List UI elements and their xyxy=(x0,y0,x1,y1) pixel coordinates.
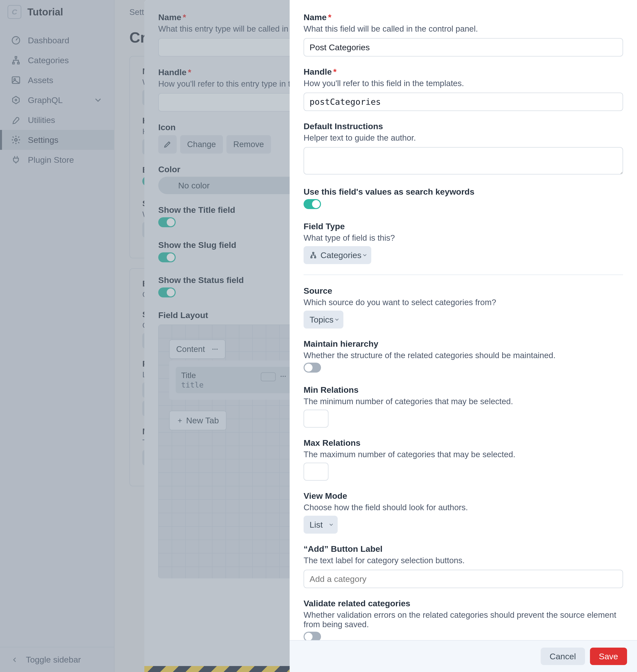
icon-remove-button[interactable]: Remove xyxy=(226,135,271,153)
fl-tab-body: Title title xyxy=(169,360,298,400)
more-icon[interactable] xyxy=(280,373,287,380)
svg-rect-16 xyxy=(311,257,312,258)
svg-point-9 xyxy=(212,349,214,350)
plus-icon xyxy=(177,417,183,424)
svg-point-11 xyxy=(216,349,217,350)
show-status-toggle[interactable] xyxy=(158,288,176,297)
field-name-help: What this field will be called in the co… xyxy=(304,24,623,34)
min-relations-label: Min Relations xyxy=(304,385,623,395)
field-handle-label: Handle xyxy=(304,67,332,76)
min-relations-input[interactable] xyxy=(304,410,328,428)
view-mode-label: View Mode xyxy=(304,491,623,501)
chevron-down-icon xyxy=(328,522,334,528)
new-tab-button[interactable]: New Tab xyxy=(169,411,226,430)
field-type-badge xyxy=(261,373,276,381)
sitemap-icon xyxy=(310,251,317,259)
field-handle-input[interactable] xyxy=(304,93,623,111)
validate-related-label: Validate related categories xyxy=(304,599,623,608)
add-button-help: The text label for category selection bu… xyxy=(304,556,623,565)
icon-change-button[interactable]: Change xyxy=(180,135,223,153)
field-name-label: Name xyxy=(304,13,327,22)
fl-tab-header[interactable]: Content xyxy=(169,340,225,359)
more-icon[interactable] xyxy=(212,346,218,353)
chevron-down-icon xyxy=(362,252,368,258)
source-help: Which source do you want to select categ… xyxy=(304,298,623,307)
field-name-input[interactable] xyxy=(304,38,623,56)
source-select[interactable]: Topics xyxy=(304,311,343,329)
entrytype-handle-label: Handle xyxy=(158,68,186,77)
svg-rect-17 xyxy=(314,257,316,258)
show-slug-toggle[interactable] xyxy=(158,252,176,262)
field-type-select[interactable]: Categories xyxy=(304,246,371,264)
min-relations-help: The minimum number of categories that ma… xyxy=(304,397,623,406)
svg-rect-15 xyxy=(313,252,314,254)
instructions-input[interactable] xyxy=(304,147,623,175)
icon-preview[interactable] xyxy=(158,135,177,153)
view-mode-help: Choose how the field should look for aut… xyxy=(304,503,623,512)
svg-point-14 xyxy=(285,376,286,377)
maintain-hierarchy-label: Maintain hierarchy xyxy=(304,339,623,349)
add-button-label: “Add” Button Label xyxy=(304,544,623,554)
svg-point-12 xyxy=(281,376,282,377)
view-mode-select[interactable]: List xyxy=(304,516,338,533)
slideout-footer: Cancel Save xyxy=(290,640,637,672)
show-title-toggle[interactable] xyxy=(158,217,176,227)
instructions-label: Default Instructions xyxy=(304,122,623,131)
source-label: Source xyxy=(304,286,623,296)
field-settings-slideout: Name* What this field will be called in … xyxy=(290,0,637,672)
maintain-hierarchy-toggle[interactable] xyxy=(304,363,321,373)
svg-point-10 xyxy=(214,349,216,350)
entrytype-name-label: Name xyxy=(158,13,181,22)
instructions-help: Helper text to guide the author. xyxy=(304,133,623,143)
svg-point-13 xyxy=(283,376,284,377)
field-handle-help: How you'll refer to this field in the te… xyxy=(304,79,623,88)
max-relations-label: Max Relations xyxy=(304,438,623,448)
pencil-icon xyxy=(163,140,172,149)
search-keywords-label: Use this field's values as search keywor… xyxy=(304,187,623,197)
max-relations-input[interactable] xyxy=(304,463,328,480)
add-button-input[interactable] xyxy=(304,570,623,588)
max-relations-help: The maximum number of categories that ma… xyxy=(304,450,623,459)
fl-field-title[interactable]: Title title xyxy=(176,367,292,393)
validate-related-help: Whether validation errors on the related… xyxy=(304,610,623,629)
cancel-button[interactable]: Cancel xyxy=(541,648,585,665)
field-type-label: Field Type xyxy=(304,221,623,231)
validate-related-toggle[interactable] xyxy=(304,632,321,640)
save-button[interactable]: Save xyxy=(590,648,627,665)
maintain-hierarchy-help: Whether the structure of the related cat… xyxy=(304,351,623,360)
field-type-help: What type of field is this? xyxy=(304,233,623,243)
chevron-down-icon xyxy=(334,316,340,323)
search-keywords-toggle[interactable] xyxy=(304,199,321,209)
